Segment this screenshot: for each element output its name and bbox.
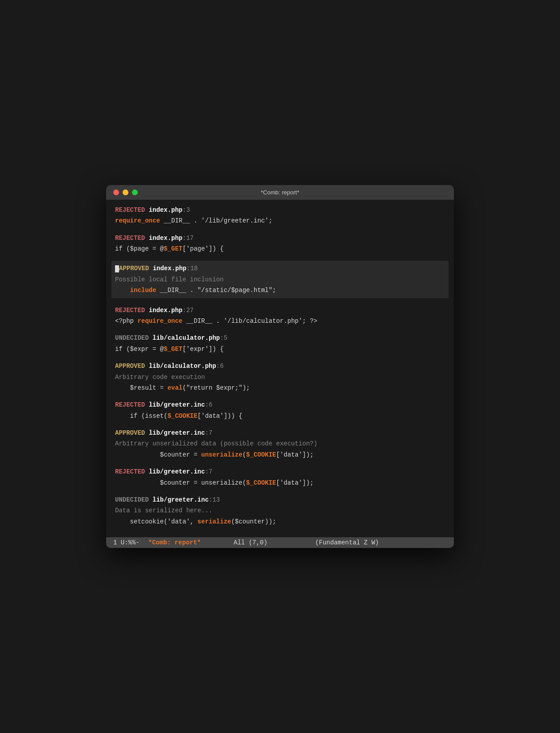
status-approved-8: APPROVED	[115, 429, 145, 437]
status-bar: 1 U:%%- *Comb: report* All (7,0) (Fundam…	[106, 537, 454, 548]
filename-1: index.php	[149, 206, 183, 214]
status-rejected-4: REJECTED	[115, 307, 145, 314]
entry-1: REJECTED index.php:3 require_once __DIR_…	[115, 205, 445, 226]
status-bar-position: All (7,0)	[234, 539, 268, 546]
status-line-2: REJECTED index.php:17	[115, 233, 445, 243]
filename-10: lib/greeter.inc	[152, 496, 209, 503]
filename-8: lib/greeter.inc	[149, 429, 205, 437]
filename-3: index.php	[153, 265, 187, 272]
entry-9: REJECTED lib/greeter.inc:7 $counter = un…	[115, 467, 445, 488]
entry-8: APPROVED lib/greeter.inc:7 Arbitrary uns…	[115, 428, 445, 460]
filename-2: index.php	[149, 235, 183, 242]
description-3: Possible local file inclusion	[115, 275, 445, 284]
traffic-lights	[113, 189, 138, 195]
status-bar-mode: 1 U:%%-	[113, 539, 140, 546]
entry-4: REJECTED index.php:27 <?php require_once…	[115, 305, 445, 326]
status-line-3: APPROVED index.php:18	[115, 264, 445, 273]
code-9: $counter = unserialize($_COOKIE['data'])…	[115, 478, 445, 488]
linenum-1: :3	[182, 206, 190, 214]
entry-3: APPROVED index.php:18 Possible local fil…	[111, 261, 449, 298]
linenum-10: :13	[209, 496, 220, 503]
titlebar: *Comb: report*	[106, 185, 454, 200]
filename-9: lib/greeter.inc	[149, 468, 205, 475]
status-undecided-5: UNDECIDED	[115, 334, 149, 342]
description-6: Arbitrary code execution	[115, 372, 445, 382]
entry-7: REJECTED lib/greeter.inc:6 if (isset($_C…	[115, 400, 445, 421]
main-window: *Comb: report* REJECTED index.php:3 requ…	[106, 185, 454, 548]
status-rejected-9: REJECTED	[115, 468, 145, 475]
code-2: if ($page = @$_GET['page']) {	[115, 244, 445, 254]
status-rejected-1: REJECTED	[115, 206, 145, 214]
filename-6: lib/calculator.php	[149, 362, 216, 370]
status-line-6: APPROVED lib/calculator.php:6	[115, 361, 445, 371]
filename-5: lib/calculator.php	[152, 334, 220, 342]
code-6: $result = eval("return $expr;");	[115, 383, 445, 393]
status-line-4: REJECTED index.php:27	[115, 305, 445, 315]
cursor	[115, 265, 119, 272]
code-1: require_once __DIR__ . '/lib/greeter.inc…	[115, 216, 445, 226]
code-10: setcookie('data', serialize($counter));	[115, 517, 445, 527]
linenum-9: :7	[205, 468, 213, 475]
minimize-button[interactable]	[123, 189, 128, 195]
entry-6: APPROVED lib/calculator.php:6 Arbitrary …	[115, 361, 445, 393]
status-line-8: APPROVED lib/greeter.inc:7	[115, 428, 445, 438]
linenum-4: :27	[182, 307, 194, 314]
code-area: REJECTED index.php:3 require_once __DIR_…	[115, 205, 445, 527]
linenum-2: :17	[182, 235, 194, 242]
entry-2: REJECTED index.php:17 if ($page = @$_GET…	[115, 233, 445, 254]
status-line-1: REJECTED index.php:3	[115, 205, 445, 215]
code-8: $counter = unserialize($_COOKIE['data'])…	[115, 450, 445, 460]
status-rejected-2: REJECTED	[115, 235, 145, 242]
status-approved-3: APPROVED	[119, 265, 149, 272]
linenum-5: :5	[220, 334, 227, 342]
maximize-button[interactable]	[132, 189, 138, 195]
linenum-7: :6	[205, 401, 213, 408]
status-line-7: REJECTED lib/greeter.inc:6	[115, 400, 445, 410]
code-content: REJECTED index.php:3 require_once __DIR_…	[106, 200, 454, 534]
linenum-8: :7	[205, 429, 213, 437]
status-line-5: UNDECIDED lib/calculator.php:5	[115, 333, 445, 343]
description-10: Data is serialized here...	[115, 506, 445, 515]
filename-7: lib/greeter.inc	[149, 401, 205, 408]
linenum-3: :18	[186, 265, 198, 272]
window-title: *Comb: report*	[261, 189, 299, 196]
description-8: Arbitrary unserialized data (possible co…	[115, 439, 445, 449]
status-undecided-10: UNDECIDED	[115, 496, 149, 503]
filename-4: index.php	[149, 307, 183, 314]
code-5: if ($expr = @$_GET['expr']) {	[115, 344, 445, 354]
status-bar-spacer2	[276, 539, 306, 546]
code-7: if (isset($_COOKIE['data'])) {	[115, 411, 445, 421]
status-rejected-7: REJECTED	[115, 401, 145, 408]
status-bar-modeinfo: (Fundamental Z W)	[315, 539, 379, 546]
code-4: <?php require_once __DIR__ . '/lib/calcu…	[115, 316, 445, 326]
close-button[interactable]	[113, 189, 119, 195]
entry-5: UNDECIDED lib/calculator.php:5 if ($expr…	[115, 333, 445, 354]
status-line-10: UNDECIDED lib/greeter.inc:13	[115, 495, 445, 505]
code-3: include __DIR__ . "/static/$page.html";	[115, 285, 445, 295]
linenum-6: :6	[216, 362, 224, 370]
status-bar-filename: *Comb: report*	[148, 539, 201, 546]
status-approved-6: APPROVED	[115, 362, 145, 370]
status-bar-spacer	[210, 539, 225, 546]
entry-10: UNDECIDED lib/greeter.inc:13 Data is ser…	[115, 495, 445, 527]
status-line-9: REJECTED lib/greeter.inc:7	[115, 467, 445, 477]
